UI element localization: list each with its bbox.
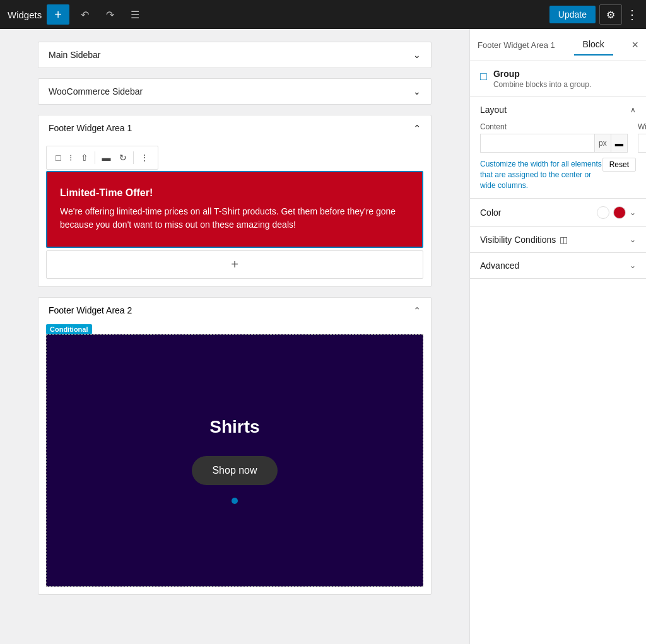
group-title: Group [493,69,591,79]
content-align-button[interactable]: ▬ [611,134,628,153]
panel-tabs: Block [574,34,613,56]
color-section: Color ⌄ [470,199,646,227]
drag-handle-button[interactable]: ⁝ [66,150,76,165]
link-button[interactable]: ↻ [115,150,131,165]
more-block-options[interactable]: ⋮ [136,150,153,165]
content-width-input[interactable] [480,134,595,153]
layout-chevron: ∧ [630,105,636,114]
add-block-button[interactable]: + [46,250,423,279]
woocommerce-sidebar-label: WooCommerce Sidebar [49,86,143,97]
footer-area-1-chevron: ⌄ [413,123,421,133]
hero-block: Shirts Shop now [46,334,423,587]
tab-block[interactable]: Block [574,34,613,56]
list-view-button[interactable]: ☰ [125,4,145,25]
wide-label: Wide [638,122,646,131]
layout-section: Layout ∧ Content px ▬ Wide [470,97,646,199]
top-bar: Widgets + ↶ ↷ ☰ Update ⚙ ⋮ [0,0,646,29]
visibility-section-title: Visibility Conditions [480,235,556,245]
panel-location: Footer Widget Area 1 [478,40,555,50]
layout-section-title: Layout [480,105,507,115]
redo-button[interactable]: ↷ [100,4,120,25]
wide-width-field: Wide px ▬ [638,122,646,153]
layout-fields: Content px ▬ Wide px ▬ [480,122,636,190]
visibility-section: Visibility Conditions ◫ ⌄ [470,227,646,253]
footer-widget-area-1-header[interactable]: Footer Widget Area 1 ⌄ [38,115,431,141]
footer-widget-area-1: Footer Widget Area 1 ⌄ □ ⁝ ⇧ ▬ ↻ ⋮ [38,115,432,287]
canvas-scroll-wrapper: Main Sidebar ⌄ WooCommerce Sidebar ⌄ Foo… [0,29,469,644]
main-sidebar-widget-area: Main Sidebar ⌄ [38,42,432,68]
content-input-group: px ▬ [480,134,628,153]
promo-title: Limited-Time Offer! [60,187,409,199]
layout-section-header[interactable]: Layout ∧ [480,105,636,115]
woocommerce-sidebar-header[interactable]: WooCommerce Sidebar ⌄ [38,79,431,104]
more-options-button[interactable]: ⋮ [626,7,638,22]
conditional-badge: Conditional [46,324,92,334]
footer-area-2-label: Footer Widget Area 2 [49,305,132,315]
group-info: Group Combine blocks into a group. [493,69,591,89]
reset-button[interactable]: Reset [602,158,636,172]
main-layout: Main Sidebar ⌄ WooCommerce Sidebar ⌄ Foo… [0,29,646,644]
footer-widget-area-2: Footer Widget Area 2 ⌄ Conditional Shirt… [38,297,432,595]
app-title: Widgets [8,9,42,20]
update-button[interactable]: Update [549,6,596,23]
woocommerce-sidebar-chevron: ⌄ [413,86,421,97]
settings-button[interactable]: ⚙ [599,4,622,25]
color-row: ⌄ [597,206,636,219]
promo-block: Limited-Time Offer! We're offering limit… [46,171,423,248]
visibility-conditions-icon: ◫ [560,235,568,245]
main-sidebar-label: Main Sidebar [49,50,101,60]
advanced-section-title: Advanced [480,261,519,271]
move-up-button[interactable]: ⇧ [77,150,92,165]
group-description: Combine blocks into a group. [493,80,591,89]
color-swatch-red[interactable] [613,206,626,219]
toolbar-separator-1 [95,151,95,164]
wide-input-group: px ▬ [638,134,646,153]
main-sidebar-chevron: ⌄ [413,50,421,60]
color-swatch-white[interactable] [597,206,609,219]
footer-widget-area-1-label: Footer Widget Area 1 [49,123,132,133]
color-section-title: Color [480,208,501,218]
toolbar-separator-2 [133,151,134,164]
content-unit: px [595,134,611,153]
top-bar-left: Widgets + ↶ ↷ ☰ [8,4,145,25]
undo-button[interactable]: ↶ [74,4,95,25]
top-bar-right: Update ⚙ ⋮ [549,4,638,25]
hero-title: Shirts [209,417,259,437]
canvas-content: Main Sidebar ⌄ WooCommerce Sidebar ⌄ Foo… [0,29,469,644]
group-icon: □ [480,70,487,83]
wide-width-input[interactable] [638,134,646,153]
block-toolbar: □ ⁝ ⇧ ▬ ↻ ⋮ [46,146,158,170]
panel-header: Footer Widget Area 1 Block × [470,29,646,61]
sidebar-panel: Footer Widget Area 1 Block × □ Group Com… [469,29,646,644]
add-block-top-button[interactable]: + [47,4,69,25]
footer-area-2-content: Conditional Shirts Shop now [38,323,431,594]
advanced-section: Advanced ⌄ [470,253,646,279]
shop-now-button[interactable]: Shop now [192,456,277,485]
footer-area-2-chevron: ⌄ [413,305,421,315]
promo-text: We're offering limited-time prices on al… [60,205,409,231]
content-width-field: Content px ▬ [480,122,628,153]
content-label: Content [480,122,628,131]
layout-input-row: Content px ▬ Wide px ▬ [480,122,636,153]
group-section: □ Group Combine blocks into a group. [470,61,646,97]
color-section-header[interactable]: Color ⌄ [480,206,636,219]
main-sidebar-header[interactable]: Main Sidebar ⌄ [38,42,431,67]
advanced-chevron: ⌄ [630,261,636,270]
woocommerce-sidebar-widget-area: WooCommerce Sidebar ⌄ [38,78,432,105]
footer-area-1-content: □ ⁝ ⇧ ▬ ↻ ⋮ Limited-Time Offer! We're of… [38,141,431,286]
visibility-section-header[interactable]: Visibility Conditions ◫ ⌄ [480,235,636,245]
footer-area-2-header[interactable]: Footer Widget Area 2 ⌄ [38,298,431,323]
group-icon-button[interactable]: □ [52,150,64,165]
align-button[interactable]: ▬ [98,150,114,165]
visibility-chevron: ⌄ [630,235,636,244]
color-chevron: ⌄ [630,208,636,217]
advanced-section-header[interactable]: Advanced ⌄ [480,261,636,271]
panel-close-button[interactable]: × [631,38,638,52]
hero-dot-indicator [232,498,238,504]
